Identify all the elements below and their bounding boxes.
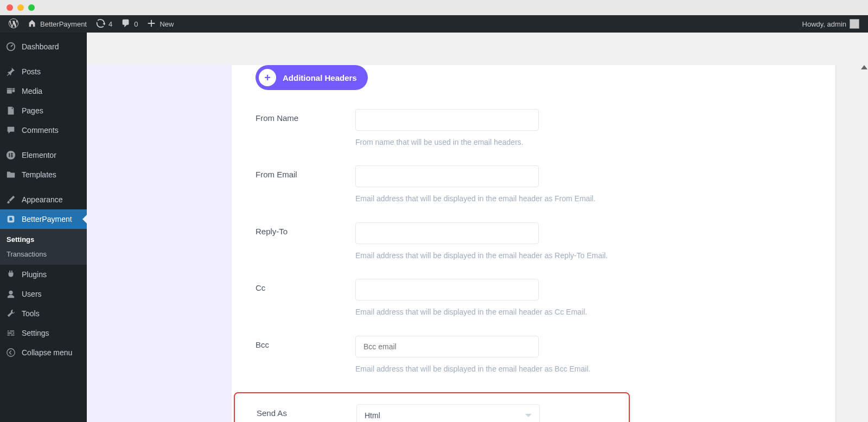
updates-icon xyxy=(95,18,105,30)
svg-rect-4 xyxy=(11,155,13,156)
sidebar-label: Media xyxy=(22,87,42,95)
collapse-icon xyxy=(5,347,16,358)
scroll-up-arrow-icon xyxy=(861,65,867,69)
sidebar-label: Users xyxy=(22,290,42,298)
window-min-dot[interactable] xyxy=(17,4,24,11)
sidebar-item-appearance[interactable]: Appearance xyxy=(0,190,87,209)
svg-rect-5 xyxy=(11,156,13,157)
window-max-dot[interactable] xyxy=(28,4,35,11)
from-email-label: From Email xyxy=(256,165,355,204)
sidebar-label: BetterPayment xyxy=(22,215,72,223)
form-row-send-as: Send As Html Html helps to send html mar… xyxy=(257,404,629,422)
sidebar-item-users[interactable]: Users xyxy=(0,284,87,304)
admin-sidebar: Dashboard Posts Media Pages Comments Ele… xyxy=(0,33,87,422)
pin-icon xyxy=(5,66,16,77)
browser-chrome xyxy=(0,0,868,15)
sidebar-label: Tools xyxy=(22,309,40,318)
scrollbar-gutter[interactable] xyxy=(835,65,842,422)
new-label: New xyxy=(159,20,174,28)
bcc-help: Email address that will be displayed in … xyxy=(355,363,613,375)
send-as-highlight: Send As Html Html helps to send html mar… xyxy=(234,392,630,422)
plus-icon xyxy=(146,18,156,30)
plugin-icon xyxy=(5,269,16,280)
svg-rect-2 xyxy=(9,153,10,157)
svg-rect-3 xyxy=(11,153,13,154)
svg-point-7 xyxy=(9,291,12,295)
site-name-menu[interactable]: BetterPayment xyxy=(23,15,91,33)
chevron-down-icon xyxy=(525,414,532,417)
sidebar-item-pages[interactable]: Pages xyxy=(0,101,87,120)
sidebar-label: Elementor xyxy=(22,151,56,159)
user-icon xyxy=(5,289,16,299)
sidebar-label: Templates xyxy=(22,170,56,179)
comments-count: 0 xyxy=(134,20,138,28)
form-row-bcc: Bcc Email address that will be displayed… xyxy=(256,336,635,375)
settings-main-panel: + Additional Headers From Name From name… xyxy=(232,65,835,422)
my-account-menu[interactable]: Howdy, admin xyxy=(798,15,864,33)
from-email-help: Email address that will be displayed in … xyxy=(355,193,613,204)
send-as-value: Html xyxy=(365,411,380,420)
from-name-label: From Name xyxy=(256,109,355,148)
elementor-icon xyxy=(5,150,16,161)
sidebar-item-settings[interactable]: Settings xyxy=(0,323,87,343)
page-icon xyxy=(5,105,16,116)
updates-menu[interactable]: 4 xyxy=(91,15,117,33)
from-name-help: From name that will be used in the email… xyxy=(355,136,613,148)
wp-logo-menu[interactable] xyxy=(4,15,23,33)
sidebar-item-posts[interactable]: Posts xyxy=(0,62,87,81)
betterpayment-submenu: Settings Transactions xyxy=(0,229,87,265)
sidebar-label: Collapse menu xyxy=(22,348,72,357)
bcc-input[interactable] xyxy=(355,336,539,357)
pill-label: Additional Headers xyxy=(283,73,357,82)
wordpress-icon xyxy=(9,18,18,30)
sidebar-item-betterpayment[interactable]: BetterPayment xyxy=(0,209,87,229)
sidebar-item-comments[interactable]: Comments xyxy=(0,120,87,140)
sidebar-item-elementor[interactable]: Elementor xyxy=(0,145,87,165)
window-close-dot[interactable] xyxy=(7,4,13,11)
reply-to-input[interactable] xyxy=(355,222,539,244)
form-row-from-email: From Email Email address that will be di… xyxy=(256,165,635,204)
submenu-transactions[interactable]: Transactions xyxy=(0,247,87,261)
submenu-settings[interactable]: Settings xyxy=(0,232,87,247)
cc-label: Cc xyxy=(256,279,355,318)
cc-input[interactable] xyxy=(355,279,539,300)
sidebar-label: Dashboard xyxy=(22,42,59,51)
plus-circle-icon: + xyxy=(259,69,276,86)
sidebar-label: Settings xyxy=(22,329,49,337)
form-row-from-name: From Name From name that will be used in… xyxy=(256,109,635,148)
bcc-label: Bcc xyxy=(256,336,355,375)
admin-bar: BetterPayment 4 0 New Howdy, admin xyxy=(0,15,868,33)
sidebar-label: Posts xyxy=(22,67,41,76)
from-name-input[interactable] xyxy=(355,109,539,131)
reply-to-label: Reply-To xyxy=(256,222,355,261)
howdy-text: Howdy, admin xyxy=(802,20,846,28)
svg-point-8 xyxy=(7,349,15,356)
updates-count: 4 xyxy=(108,20,112,28)
reply-to-help: Email address that will be displayed in … xyxy=(355,250,613,261)
site-name-text: BetterPayment xyxy=(40,20,87,28)
sidebar-item-dashboard[interactable]: Dashboard xyxy=(0,37,87,56)
sidebar-label: Appearance xyxy=(22,195,63,204)
betterpayment-icon xyxy=(5,214,16,225)
media-icon xyxy=(5,86,16,97)
form-row-reply-to: Reply-To Email address that will be disp… xyxy=(256,222,635,261)
cc-help: Email address that will be displayed in … xyxy=(355,306,613,318)
brush-icon xyxy=(5,194,16,205)
send-as-select[interactable]: Html xyxy=(356,404,540,422)
comment-icon xyxy=(121,18,131,30)
dashboard-icon xyxy=(5,41,16,52)
sidebar-collapse[interactable]: Collapse menu xyxy=(0,343,87,362)
sliders-icon xyxy=(5,328,16,338)
new-content-menu[interactable]: New xyxy=(142,15,178,33)
comments-menu[interactable]: 0 xyxy=(117,15,142,33)
sidebar-item-media[interactable]: Media xyxy=(0,81,87,101)
send-as-label: Send As xyxy=(257,404,356,422)
sidebar-item-templates[interactable]: Templates xyxy=(0,165,87,184)
sidebar-item-plugins[interactable]: Plugins xyxy=(0,265,87,284)
from-email-input[interactable] xyxy=(355,165,539,187)
additional-headers-button[interactable]: + Additional Headers xyxy=(256,65,368,90)
sidebar-label: Comments xyxy=(22,126,59,135)
avatar-icon xyxy=(850,19,859,29)
sidebar-item-tools[interactable]: Tools xyxy=(0,304,87,323)
wrench-icon xyxy=(5,308,16,319)
